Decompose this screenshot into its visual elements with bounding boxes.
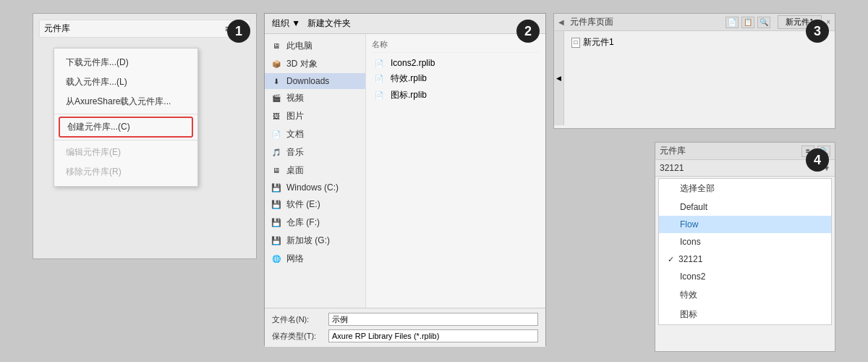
sidebar-item-net[interactable]: 🌐 网络 <box>265 250 365 268</box>
sidebar-item-computer[interactable]: 🖥 此电脑 <box>265 37 365 55</box>
file-name-0: Icons2.rplib <box>391 58 435 68</box>
file-item-2[interactable]: 📄 图标.rplib <box>372 87 540 104</box>
docs-icon: 📄 <box>271 130 282 139</box>
panel2-toolbar: 组织 ▼ 新建文件夹 <box>265 14 545 34</box>
sidebar-label-soft: 软件 (E:) <box>286 198 320 211</box>
copy-page-icon[interactable]: 📋 <box>741 17 754 28</box>
soft-drive-icon: 💾 <box>271 201 282 209</box>
sidebar-item-newgb[interactable]: 💾 新加坡 (G:) <box>265 232 365 250</box>
filename-label: 文件名(N): <box>272 314 323 325</box>
new-page-icon[interactable]: 📄 <box>726 17 739 28</box>
sidebar-label-windows: Windows (C:) <box>286 182 339 193</box>
sidebar-label-music: 音乐 <box>286 146 304 159</box>
sidebar-item-desktop[interactable]: 🖥 桌面 <box>265 161 365 180</box>
panel2-main: 🖥 此电脑 📦 3D 对象 ⬇ Downloads 🎬 视频 🖼 图 <box>265 34 545 308</box>
dropdown-item-default[interactable]: Default <box>659 198 831 216</box>
panel3-toolbar: ◀ 元件库页面 📄 📋 🔍 新元件1 × <box>554 14 835 31</box>
panel4-dropdown: 选择全部 Default Flow Icons 32121 Icons2 特效 … <box>658 178 832 325</box>
menu-item-remove[interactable]: 移除元件库(R) <box>54 162 197 182</box>
dropdown-item-icons2[interactable]: Icons2 <box>659 268 831 285</box>
step-badge-2: 2 <box>516 20 540 43</box>
sidebar-item-windows[interactable]: 💾 Windows (C:) <box>265 180 365 195</box>
file-icon-0: 📄 <box>375 58 386 68</box>
pictures-icon: 🖼 <box>271 112 282 121</box>
filetype-label: 保存类型(T): <box>272 331 323 342</box>
organize-btn[interactable]: 组织 ▼ <box>272 17 300 30</box>
panel3-content: ◀ □ 新元件1 <box>554 31 835 125</box>
sidebar-label-computer: 此电脑 <box>286 40 312 52</box>
filename-input[interactable] <box>328 313 538 326</box>
panel4-title: 元件库 <box>660 145 801 157</box>
sidebar-item-downloads[interactable]: ⬇ Downloads <box>265 73 365 89</box>
computer-icon: 🖥 <box>271 42 282 51</box>
panel3-sidebar-collapse[interactable]: ◀ <box>554 31 564 125</box>
panel3-list-item-0[interactable]: □ 新元件1 <box>569 34 830 51</box>
dropdown-item-32121[interactable]: 32121 <box>659 251 831 268</box>
menu-item-create[interactable]: 创建元件库...(C) <box>60 118 192 136</box>
sidebar-item-3d[interactable]: 📦 3D 对象 <box>265 55 365 73</box>
downloads-icon: ⬇ <box>271 77 282 85</box>
menu-divider-1 <box>54 114 197 114</box>
file-icon-1: 📄 <box>375 74 386 84</box>
sidebar-item-pictures[interactable]: 🖼 图片 <box>265 107 365 125</box>
sidebar-label-net: 网络 <box>286 253 304 265</box>
menu-item-create-wrapper: 创建元件库...(C) <box>59 117 193 138</box>
filetype-input[interactable] <box>328 329 538 342</box>
dropdown-item-icons[interactable]: Icons <box>659 233 831 251</box>
page-file-icon: □ <box>571 38 580 48</box>
dropdown-item-flow[interactable]: Flow <box>659 216 831 233</box>
panels-right: 3 ◀ 元件库页面 📄 📋 🔍 新元件1 × ◀ □ 新元件1 <box>553 13 835 352</box>
sidebar-item-soft[interactable]: 💾 软件 (E:) <box>265 195 365 214</box>
desktop-icon: 🖥 <box>271 167 282 175</box>
panel-2: 2 组织 ▼ 新建文件夹 🖥 此电脑 📦 3D 对象 ⬇ Downloads <box>264 13 546 346</box>
sidebar-label-video: 视频 <box>286 92 304 104</box>
step-badge-1: 1 <box>227 20 250 43</box>
menu-item-download[interactable]: 下载元件库...(D) <box>54 53 197 72</box>
panel3-list: □ 新元件1 <box>564 31 835 125</box>
sidebar-label-pictures: 图片 <box>286 110 304 122</box>
sidebar-item-depot[interactable]: 💾 仓库 (F:) <box>265 214 365 232</box>
file-name-1: 特效.rplib <box>391 72 427 85</box>
file-name-2: 图标.rplib <box>391 89 427 101</box>
depot-drive-icon: 💾 <box>271 219 282 227</box>
filename-row: 文件名(N): <box>272 313 538 326</box>
menu-item-from-axure[interactable]: 从AxureShare载入元件库... <box>54 92 197 111</box>
panel2-filelist: 名称 📄 Icons2.rplib 📄 特效.rplib 📄 图标.rplib <box>366 34 545 308</box>
step-badge-4: 4 <box>806 148 829 172</box>
panel-1: 1 元件库 ≡ 🔍 下载元件库...(D) 载入元件库...(L) 从Axure… <box>33 13 257 259</box>
sidebar-item-music[interactable]: 🎵 音乐 <box>265 143 365 161</box>
panel3-toolbar-icons: 📄 📋 🔍 <box>726 17 770 28</box>
video-icon: 🎬 <box>271 94 282 103</box>
dropdown-item-icon-lib[interactable]: 图标 <box>659 305 831 324</box>
menu-item-edit[interactable]: 编辑元件库(E) <box>54 143 197 162</box>
sidebar-label-depot: 仓库 (F:) <box>286 216 320 229</box>
sidebar-label-downloads: Downloads <box>286 76 329 86</box>
panel-3: 3 ◀ 元件库页面 📄 📋 🔍 新元件1 × ◀ □ 新元件1 <box>553 13 835 129</box>
panel2-sidebar: 🖥 此电脑 📦 3D 对象 ⬇ Downloads 🎬 视频 🖼 图 <box>265 34 366 308</box>
menu-item-load[interactable]: 载入元件库...(L) <box>54 72 197 92</box>
panel1-toolbar: 元件库 ≡ 🔍 <box>39 20 250 38</box>
sidebar-item-video[interactable]: 🎬 视频 <box>265 89 365 107</box>
new-folder-btn[interactable]: 新建文件夹 <box>307 17 351 30</box>
file-item-0[interactable]: 📄 Icons2.rplib <box>372 56 540 70</box>
dropdown-item-select-all[interactable]: 选择全部 <box>659 179 831 198</box>
sidebar-label-3d: 3D 对象 <box>286 58 318 70</box>
selector-value: 32121 <box>660 163 823 173</box>
windows-drive-icon: 💾 <box>271 183 282 192</box>
file-item-1[interactable]: 📄 特效.rplib <box>372 70 540 87</box>
search-panel-icon[interactable]: 🔍 <box>757 17 770 28</box>
panel-4: 4 元件库 ≡ 🔍 32121 ▼ 选择全部 Default Flow Icon… <box>655 142 835 352</box>
sidebar-item-docs[interactable]: 📄 文档 <box>265 125 365 143</box>
net-icon: 🌐 <box>271 255 282 264</box>
panel2-footer: 文件名(N): 保存类型(T): <box>265 308 545 347</box>
file-icon-2: 📄 <box>375 90 386 101</box>
menu-divider-2 <box>54 140 197 140</box>
filelist-header: 名称 <box>372 37 540 53</box>
dropdown-item-special[interactable]: 特效 <box>659 285 831 305</box>
music-icon: 🎵 <box>271 148 282 157</box>
sidebar-label-newgb: 新加坡 (G:) <box>286 235 330 247</box>
widget-panel-title: 元件库 <box>44 22 70 35</box>
panel3-collapse-left[interactable]: ◀ <box>558 18 564 26</box>
panel3-item-label-0: 新元件1 <box>583 36 614 49</box>
3d-icon: 📦 <box>271 60 282 69</box>
